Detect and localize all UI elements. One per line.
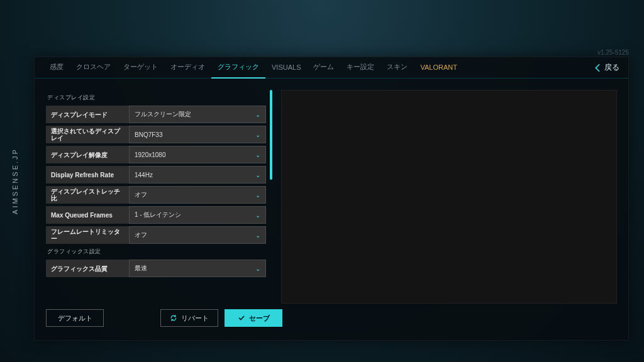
value-gfx-quality: 最速 — [135, 264, 147, 273]
back-label: 戻る — [604, 62, 619, 73]
row-display-mode: ディスプレイモード フルスクリーン限定 ⌄ — [46, 106, 266, 123]
settings-panel: 感度 クロスヘア ターゲット オーディオ グラフィック VISUALS ゲーム … — [34, 57, 629, 341]
chevron-down-icon: ⌄ — [255, 192, 260, 199]
tab-skin[interactable]: スキン — [380, 57, 414, 79]
value-resolution: 1920x1080 — [135, 151, 166, 158]
chevron-down-icon: ⌄ — [255, 265, 260, 272]
label-fps-limiter: フレームレートリミッター — [46, 228, 129, 242]
chevron-left-icon — [594, 63, 601, 72]
section-display: ディスプレイ設定 — [47, 94, 266, 102]
refresh-icon — [170, 314, 177, 322]
chevron-down-icon: ⌄ — [255, 212, 260, 219]
label-max-queued: Max Queued Frames — [46, 212, 129, 219]
tab-visuals[interactable]: VISUALS — [265, 57, 307, 79]
settings-list: ディスプレイ設定 ディスプレイモード フルスクリーン限定 ⌄ 選択されているディ… — [46, 90, 272, 304]
tab-sensitivity[interactable]: 感度 — [43, 57, 70, 79]
value-selected-display: BNQ7F33 — [135, 131, 162, 138]
label-refresh-rate: Display Refresh Rate — [46, 172, 129, 178]
label-display-mode: ディスプレイモード — [46, 111, 129, 118]
value-display-mode: フルスクリーン限定 — [135, 110, 191, 119]
select-gfx-quality[interactable]: 最速 ⌄ — [129, 260, 266, 277]
value-stretch: オフ — [135, 190, 147, 199]
footer-actions: デフォルト リバート セーブ — [35, 304, 628, 340]
tab-crosshair[interactable]: クロスヘア — [70, 57, 117, 79]
revert-button[interactable]: リバート — [160, 309, 218, 327]
select-display-mode[interactable]: フルスクリーン限定 ⌄ — [129, 106, 266, 123]
value-max-queued: 1 - 低レイテンシ — [135, 211, 181, 219]
watermark-vertical: AIMSENSE.JP — [11, 148, 19, 214]
version-label: v1.25-5125 — [597, 49, 629, 56]
label-resolution: ディスプレイ解像度 — [46, 151, 129, 158]
row-selected-display: 選択されているディスプレイ BNQ7F33 ⌄ — [46, 126, 266, 143]
scrollbar-thumb[interactable] — [270, 90, 272, 180]
label-gfx-quality: グラフィックス品質 — [46, 265, 129, 272]
select-selected-display[interactable]: BNQ7F33 ⌄ — [129, 126, 266, 143]
select-stretch[interactable]: オフ ⌄ — [129, 186, 266, 204]
save-button[interactable]: セーブ — [225, 309, 282, 327]
default-button-label: デフォルト — [58, 314, 92, 323]
select-resolution[interactable]: 1920x1080 ⌄ — [129, 146, 266, 163]
chevron-down-icon: ⌄ — [255, 151, 260, 158]
revert-button-label: リバート — [181, 314, 209, 323]
tab-keybind[interactable]: キー設定 — [340, 57, 380, 79]
tab-game[interactable]: ゲーム — [307, 57, 340, 79]
section-graphics: グラフィックス設定 — [47, 248, 266, 256]
row-fps-limiter: フレームレートリミッター オフ ⌄ — [46, 226, 266, 244]
check-icon — [238, 314, 245, 322]
chevron-down-icon: ⌄ — [255, 131, 260, 138]
tab-valorant[interactable]: VALORANT — [414, 57, 463, 79]
chevron-down-icon: ⌄ — [255, 111, 260, 118]
select-max-queued[interactable]: 1 - 低レイテンシ ⌄ — [129, 206, 266, 224]
label-stretch: ディスプレイストレッチ比 — [46, 188, 129, 202]
value-fps-limiter: オフ — [135, 231, 147, 239]
tab-audio[interactable]: オーディオ — [164, 57, 211, 79]
tab-bar: 感度 クロスヘア ターゲット オーディオ グラフィック VISUALS ゲーム … — [35, 57, 628, 79]
back-button[interactable]: 戻る — [594, 62, 619, 73]
select-fps-limiter[interactable]: オフ ⌄ — [129, 226, 266, 244]
tab-graphics[interactable]: グラフィック — [211, 57, 265, 79]
row-max-queued: Max Queued Frames 1 - 低レイテンシ ⌄ — [46, 206, 266, 224]
preview-pane — [281, 90, 617, 304]
save-button-label: セーブ — [249, 314, 270, 323]
row-gfx-quality: グラフィックス品質 最速 ⌄ — [46, 260, 266, 277]
select-refresh-rate[interactable]: 144Hz ⌄ — [129, 166, 266, 184]
chevron-down-icon: ⌄ — [255, 232, 260, 239]
default-button[interactable]: デフォルト — [46, 309, 104, 327]
row-resolution: ディスプレイ解像度 1920x1080 ⌄ — [46, 146, 266, 163]
row-refresh-rate: Display Refresh Rate 144Hz ⌄ — [46, 166, 266, 184]
scrollbar[interactable] — [270, 90, 272, 304]
label-selected-display: 選択されているディスプレイ — [46, 128, 129, 141]
row-stretch: ディスプレイストレッチ比 オフ ⌄ — [46, 186, 266, 204]
chevron-down-icon: ⌄ — [255, 172, 260, 178]
value-refresh-rate: 144Hz — [135, 172, 153, 178]
tab-target[interactable]: ターゲット — [117, 57, 164, 79]
